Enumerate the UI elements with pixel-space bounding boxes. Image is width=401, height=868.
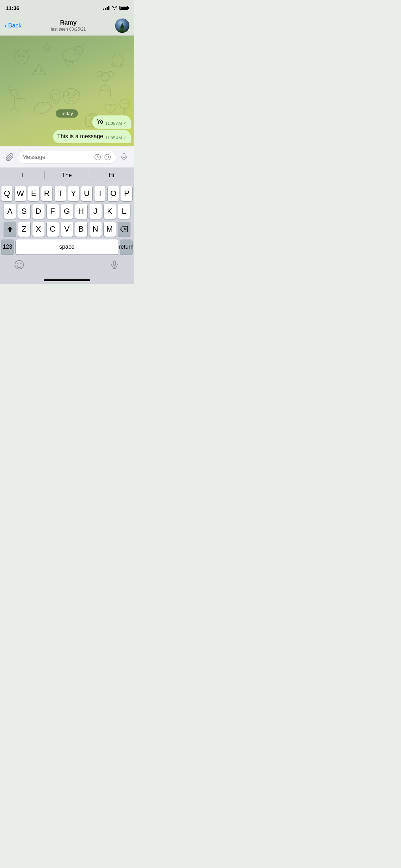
key-y[interactable]: Y bbox=[68, 186, 79, 201]
key-row-1: Q W E R T Y U I O P bbox=[1, 186, 132, 201]
key-row-2: A S D F G H J K L bbox=[1, 204, 132, 219]
nav-center: Ramy last seen 03/25/21 bbox=[21, 19, 115, 31]
message-bubble-1: Yo 11:35 AM ✓ bbox=[92, 115, 131, 129]
key-p[interactable]: P bbox=[121, 186, 132, 201]
clock-icon[interactable] bbox=[94, 153, 102, 161]
back-button[interactable]: ‹ Back bbox=[4, 22, 21, 30]
contact-name: Ramy bbox=[21, 19, 115, 26]
sticker-icon[interactable] bbox=[104, 153, 112, 161]
attach-icon bbox=[5, 153, 14, 161]
home-bar bbox=[44, 279, 90, 281]
svg-point-29 bbox=[101, 86, 109, 91]
svg-point-9 bbox=[62, 49, 80, 62]
predictive-item-2[interactable]: The bbox=[45, 169, 89, 181]
key-a[interactable]: A bbox=[4, 204, 16, 219]
delete-key[interactable] bbox=[118, 222, 130, 237]
message-input[interactable] bbox=[22, 154, 94, 160]
key-row-4: 123 space return bbox=[1, 239, 132, 254]
key-q[interactable]: Q bbox=[1, 186, 12, 201]
signal-icon bbox=[103, 6, 109, 10]
key-c[interactable]: C bbox=[47, 222, 59, 237]
predictive-item-3[interactable]: Hi bbox=[89, 169, 134, 181]
key-rows: Q W E R T Y U I O P A S D F G H J K L bbox=[0, 183, 134, 256]
input-area bbox=[0, 146, 134, 167]
key-m[interactable]: M bbox=[104, 222, 116, 237]
message-text-2: This is a message bbox=[57, 133, 103, 140]
message-meta-2: 11:35 AM ✓ bbox=[106, 135, 127, 140]
key-x[interactable]: X bbox=[32, 222, 45, 237]
key-v[interactable]: V bbox=[61, 222, 73, 237]
wifi-icon bbox=[112, 6, 117, 10]
back-chevron-icon: ‹ bbox=[4, 21, 7, 30]
svg-line-17 bbox=[119, 52, 120, 55]
key-r[interactable]: R bbox=[41, 186, 52, 201]
svg-point-34 bbox=[35, 70, 37, 72]
mic-icon bbox=[120, 153, 128, 161]
predictive-item-1[interactable]: I bbox=[0, 169, 45, 181]
key-space[interactable]: space bbox=[16, 239, 118, 254]
status-bar: 11:36 bbox=[0, 0, 134, 16]
predictive-bar: I The Hi bbox=[0, 167, 134, 183]
attach-button[interactable] bbox=[4, 151, 15, 163]
messages-container: Yo 11:35 AM ✓ This is a message 11:35 AM… bbox=[0, 115, 134, 143]
svg-line-11 bbox=[81, 43, 84, 47]
input-icons bbox=[94, 153, 112, 161]
key-j[interactable]: J bbox=[89, 204, 102, 219]
bottom-toolbar bbox=[0, 256, 134, 276]
mic-keyboard-button[interactable] bbox=[109, 260, 119, 272]
key-f[interactable]: F bbox=[47, 204, 59, 219]
svg-line-20 bbox=[10, 107, 14, 111]
svg-line-21 bbox=[14, 107, 19, 111]
emoji-button[interactable] bbox=[14, 260, 24, 272]
nav-bar: ‹ Back Ramy last seen 03/25/21 bbox=[0, 16, 134, 36]
key-e[interactable]: E bbox=[28, 186, 39, 201]
home-indicator bbox=[0, 276, 134, 284]
svg-point-10 bbox=[74, 46, 83, 55]
key-i[interactable]: I bbox=[94, 186, 106, 201]
shift-key[interactable] bbox=[4, 222, 16, 237]
svg-line-16 bbox=[114, 52, 115, 55]
key-d[interactable]: D bbox=[32, 204, 45, 219]
key-k[interactable]: K bbox=[104, 204, 116, 219]
key-g[interactable]: G bbox=[61, 204, 73, 219]
svg-point-15 bbox=[112, 55, 123, 66]
svg-line-14 bbox=[72, 60, 73, 66]
svg-point-45 bbox=[108, 156, 109, 157]
message-input-wrapper[interactable] bbox=[18, 151, 116, 164]
avatar[interactable] bbox=[115, 19, 129, 33]
key-return[interactable]: return bbox=[120, 239, 132, 254]
svg-point-7 bbox=[18, 55, 20, 57]
back-label: Back bbox=[8, 22, 22, 29]
svg-point-52 bbox=[20, 263, 21, 264]
key-u[interactable]: U bbox=[81, 186, 92, 201]
keyboard: I The Hi Q W E R T Y U I O P A S D F G H… bbox=[0, 167, 134, 284]
avatar-image bbox=[115, 19, 129, 33]
key-n[interactable]: N bbox=[89, 222, 102, 237]
key-b[interactable]: B bbox=[75, 222, 87, 237]
svg-rect-28 bbox=[100, 89, 110, 98]
key-l[interactable]: L bbox=[118, 204, 130, 219]
key-h[interactable]: H bbox=[75, 204, 87, 219]
message-check-2: ✓ bbox=[123, 135, 127, 140]
battery-icon bbox=[119, 6, 128, 10]
key-z[interactable]: Z bbox=[18, 222, 30, 237]
svg-point-51 bbox=[17, 263, 19, 264]
svg-point-43 bbox=[105, 154, 110, 160]
key-t[interactable]: T bbox=[55, 186, 66, 201]
svg-point-18 bbox=[11, 89, 18, 96]
message-time-2: 11:35 AM bbox=[106, 136, 122, 140]
message-text-1: Yo bbox=[97, 118, 103, 126]
key-s[interactable]: S bbox=[18, 204, 30, 219]
svg-point-25 bbox=[68, 97, 74, 101]
svg-point-38 bbox=[50, 89, 60, 103]
message-meta-1: 11:35 AM ✓ bbox=[106, 121, 127, 126]
message-bubble-2: This is a message 11:35 AM ✓ bbox=[53, 130, 131, 143]
key-o[interactable]: O bbox=[108, 186, 119, 201]
key-row-3: Z X C V B N M bbox=[1, 222, 132, 237]
message-check-1: ✓ bbox=[123, 121, 127, 126]
key-w[interactable]: W bbox=[15, 186, 26, 201]
message-time-1: 11:35 AM bbox=[106, 121, 122, 125]
mic-button[interactable] bbox=[119, 151, 130, 163]
key-123[interactable]: 123 bbox=[1, 239, 14, 254]
svg-line-12 bbox=[65, 58, 66, 64]
